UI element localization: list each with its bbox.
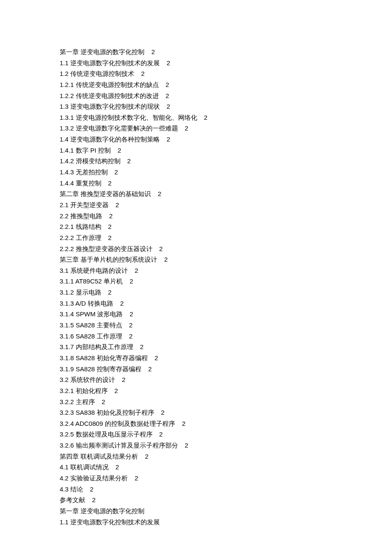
toc-entry-title: 2.2.1 线路结构 <box>60 223 101 230</box>
toc-entry-title: 4.2 实验验证及结果分析 <box>60 474 128 482</box>
toc-entry-title: 3.1.4 SPWM 波形电路 <box>60 310 123 318</box>
toc-entry-page: 2 <box>166 92 169 99</box>
toc-entry-title: 2.2 推挽型电路 <box>60 212 102 220</box>
toc-entry-page: 2 <box>155 354 158 361</box>
toc-entry-title: 3.1 系统硬件电路的设计 <box>60 267 128 274</box>
toc-entry: 2.2 推挽型电路2 <box>60 211 392 221</box>
toc-entry: 3.2.4 ADC0809 的控制及数据处理子程序2 <box>60 419 392 428</box>
toc-entry-page: 2 <box>135 474 138 482</box>
toc-entry-title: 1.4.1 数字 PI 控制 <box>60 147 111 154</box>
toc-entry-title: 1.1 逆变电源数字化控制技术的发展 <box>60 59 160 66</box>
toc-entry-title: 参考文献 <box>60 496 85 503</box>
toc-entry-title: 3.2 系统软件的设计 <box>60 376 115 383</box>
toc-entry-title: 第三章 基于单片机的控制系统设计 <box>60 256 157 263</box>
toc-entry: 1.3 逆变电源数字化控制技术的现状2 <box>60 101 392 111</box>
toc-entry-page: 2 <box>129 332 133 340</box>
toc-entry-title: 3.1.9 SA828 控制寄存器编程 <box>60 365 141 373</box>
toc-entry: 3.1.6 SA828 工作原理2 <box>60 331 392 341</box>
toc-entry-title: 第四章 联机调试及结果分析 <box>60 453 138 460</box>
toc-entry: 1.2.2 传统逆变电源控制技术的改进2 <box>60 91 392 101</box>
toc-entry: 1.4.3 无差拍控制2 <box>60 167 392 177</box>
toc-entry-title: 3.2.4 ADC0809 的控制及数据处理子程序 <box>60 420 175 427</box>
toc-entry-title: 2.2.2 推挽型逆变器的变压器设计 <box>60 245 153 252</box>
toc-entry-title: 第二章 推挽型逆变器的基础知识 <box>60 190 151 197</box>
toc-entry-page: 2 <box>108 234 112 241</box>
toc-entry: 4.2 实验验证及结果分析2 <box>60 473 392 483</box>
toc-entry-page: 2 <box>161 409 164 416</box>
toc-entry: 第一章 逆变电源的数字化控制2 <box>60 47 392 57</box>
toc-entry-page: 2 <box>108 179 112 187</box>
toc-entry: 1.4 逆变电源数字化的各种控制策略2 <box>60 134 392 144</box>
toc-entry-page: 2 <box>151 48 155 55</box>
toc-entry-title: 3.2.3 SA838 初始化及控制子程序 <box>60 409 154 416</box>
toc-entry-page: 2 <box>141 70 144 77</box>
toc-entry: 3.2.1 初始化程序2 <box>60 386 392 396</box>
toc-entry: 4.3 结论2 <box>60 484 392 494</box>
toc-entry-page: 2 <box>115 168 118 176</box>
toc-entry-page: 2 <box>118 147 121 154</box>
toc-entry: 3.2 系统软件的设计2 <box>60 375 392 384</box>
toc-entry-title: 3.1.8 SA828 初始化寄存器编程 <box>60 354 148 361</box>
toc-entry-page: 2 <box>108 223 112 230</box>
toc-entry: 1.3.1 逆变电源控制技术数字化、智能化、网络化2 <box>60 113 392 122</box>
toc-entry-title: 2.1 开关型逆变器 <box>60 201 109 208</box>
toc-entry: 1.4.4 重复控制2 <box>60 178 392 188</box>
toc-entry: 1.3.2 逆变电源数字化需要解决的一些难题2 <box>60 123 392 133</box>
toc-entry-page: 2 <box>167 136 170 143</box>
toc-entry-page: 2 <box>129 321 133 329</box>
toc-entry-page: 2 <box>130 278 133 285</box>
toc-entry-page: 2 <box>140 343 144 350</box>
toc-entry-title: 1.4 逆变电源数字化的各种控制策略 <box>60 136 160 143</box>
toc-entry-page: 2 <box>109 212 112 220</box>
toc-entry-page: 2 <box>108 289 112 296</box>
toc-entry: 3.2.5 数据处理及电压显示子程序2 <box>60 429 392 439</box>
toc-entry: 参考文献2 <box>60 495 392 505</box>
document-body: 第一章 逆变电源的数字化控制21.1 逆变电源数字化控制技术的发展21.2 传统… <box>60 47 392 527</box>
toc-entry: 1.2 传统逆变电源控制技术2 <box>60 69 392 78</box>
body-line: 第一章 逆变电源的数字化控制 <box>60 506 392 516</box>
toc-entry-page: 2 <box>159 245 163 252</box>
toc-entry-title: 1.4.2 滑模变结构控制 <box>60 157 121 165</box>
toc-entry: 2.2.1 线路结构2 <box>60 222 392 231</box>
toc-entry-title: 3.1.1 AT89C52 单片机 <box>60 278 123 285</box>
toc-entry: 3.1.5 SA828 主要特点2 <box>60 320 392 330</box>
toc-entry-page: 2 <box>182 420 185 427</box>
toc-entry: 1.2.1 传统逆变电源控制技术的缺点2 <box>60 80 392 90</box>
toc-entry-page: 2 <box>185 442 188 449</box>
toc-entry-title: 3.1.7 内部结构及工作原理 <box>60 343 133 350</box>
toc-entry-title: 3.2.1 初始化程序 <box>60 387 108 394</box>
toc-entry-title: 4.3 结论 <box>60 486 83 493</box>
toc-entry: 3.1.9 SA828 控制寄存器编程2 <box>60 364 392 374</box>
toc-entry: 2.1 开关型逆变器2 <box>60 200 392 210</box>
toc-entry: 3.1.8 SA828 初始化寄存器编程2 <box>60 353 392 363</box>
toc-entry: 第四章 联机调试及结果分析2 <box>60 451 392 461</box>
toc-entry-title: 4.1 联机调试情况 <box>60 463 109 471</box>
toc-entry-title: 2.2.2 工作原理 <box>60 234 101 241</box>
toc-entry-title: 1.3 逆变电源数字化控制技术的现状 <box>60 103 160 110</box>
toc-entry-page: 2 <box>90 486 93 493</box>
toc-entry: 1.1 逆变电源数字化控制技术的发展2 <box>60 58 392 68</box>
toc-entry-page: 2 <box>204 114 208 121</box>
toc-entry-title: 3.2.2 主程序 <box>60 398 95 405</box>
toc-entry-page: 2 <box>167 103 170 110</box>
toc-entry: 第二章 推挽型逆变器的基础知识2 <box>60 189 392 199</box>
toc-entry: 3.1.1 AT89C52 单片机2 <box>60 276 392 286</box>
toc-entry-page: 2 <box>148 365 152 373</box>
toc-entry-page: 2 <box>122 376 125 383</box>
toc-entry-title: 3.2.6 输出频率测试计算及显示子程序部分 <box>60 442 178 449</box>
toc-entry-page: 2 <box>130 310 133 318</box>
toc-entry-page: 2 <box>120 300 124 307</box>
toc-entry-title: 1.2.2 传统逆变电源控制技术的改进 <box>60 92 159 99</box>
toc-entry-page: 2 <box>135 267 138 274</box>
toc-entry: 3.1 系统硬件电路的设计2 <box>60 266 392 275</box>
toc-entry-title: 1.4.3 无差拍控制 <box>60 168 108 176</box>
toc-entry-title: 1.2.1 传统逆变电源控制技术的缺点 <box>60 81 159 88</box>
toc-entry: 3.2.3 SA838 初始化及控制子程序2 <box>60 408 392 417</box>
toc-entry-page: 2 <box>164 256 167 263</box>
toc-entry: 3.1.3 A/D 转换电路2 <box>60 298 392 308</box>
toc-entry: 3.1.2 显示电路2 <box>60 287 392 297</box>
toc-entry-title: 3.1.5 SA828 主要特点 <box>60 321 122 329</box>
toc-entry: 2.2.2 工作原理2 <box>60 233 392 243</box>
toc-entry: 3.2.2 主程序2 <box>60 397 392 407</box>
toc-entry-page: 2 <box>102 398 105 405</box>
